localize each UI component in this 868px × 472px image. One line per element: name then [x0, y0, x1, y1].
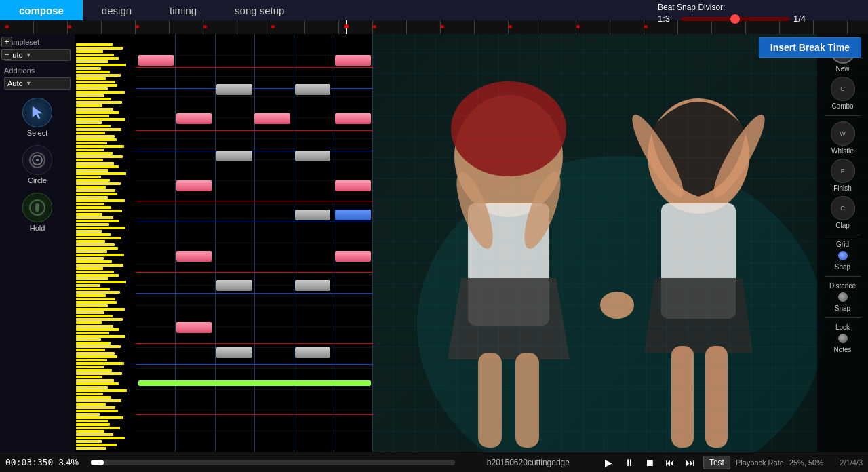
waveform-bar [76, 284, 100, 287]
waveform-bar [76, 128, 121, 131]
waveform-bar [76, 108, 113, 111]
tab-song-setup[interactable]: song setup [216, 0, 303, 20]
clap-tool-label: Clap [835, 222, 850, 229]
hit-note[interactable] [335, 210, 371, 220]
waveform-bar [76, 416, 123, 419]
waveform-bar [76, 328, 119, 331]
waveform-bar [76, 325, 113, 328]
waveform-bar [76, 321, 102, 324]
waveform-bar [76, 149, 104, 151]
waveform-bar [76, 291, 120, 294]
progress-bar[interactable] [91, 460, 454, 465]
waveform-bar [76, 60, 108, 63]
hit-note[interactable] [254, 113, 290, 124]
waveform-bar [76, 342, 111, 345]
waveform-bar [76, 267, 103, 270]
waveform-bar [76, 74, 121, 77]
pause-button[interactable]: ⏸ [622, 455, 637, 470]
waveform-bar [76, 254, 124, 256]
waveform-bar [76, 420, 108, 422]
hit-note[interactable] [335, 180, 371, 191]
beat-snap-area: Beat Snap Divisor: 1:3 1/4 [651, 0, 868, 41]
left-tool-panel: Sampleset Auto ▼ Additions Auto ▼ Select… [0, 34, 75, 452]
hit-note[interactable] [176, 113, 212, 124]
hit-note[interactable] [176, 180, 212, 191]
waveform-bar [76, 186, 106, 189]
waveform-bar [76, 179, 110, 182]
next-button[interactable]: ⏭ [683, 455, 698, 470]
play-button[interactable]: ▶ [601, 455, 616, 470]
tab-timing[interactable]: timing [151, 0, 216, 20]
stop-button[interactable]: ⏹ [642, 455, 657, 470]
finish-tool[interactable]: F Finish [820, 159, 865, 192]
circle-tool[interactable]: Circle [4, 145, 71, 184]
circle-icon [22, 145, 52, 175]
distance-radio[interactable] [838, 292, 848, 302]
hit-note[interactable] [335, 113, 371, 124]
sampleset-label: Sampleset [4, 38, 71, 46]
beat-snap-slider[interactable] [681, 17, 789, 21]
grid-radio[interactable] [838, 251, 848, 260]
waveform-bar [76, 189, 115, 192]
waveform-bar [76, 165, 119, 168]
insert-break-time-button[interactable]: Insert Break Time [759, 37, 861, 58]
waveform-bar [76, 233, 111, 236]
lock-tool[interactable]: Lock Notes [820, 323, 865, 353]
waveform-bar [76, 315, 113, 317]
waveform-bar [76, 355, 117, 358]
hit-note[interactable] [216, 280, 252, 291]
waveform-bar [76, 396, 111, 399]
hit-note[interactable] [176, 322, 212, 333]
test-button[interactable]: Test [703, 456, 730, 469]
hit-note[interactable] [295, 84, 331, 95]
waveform-bar [76, 118, 125, 121]
hit-note[interactable] [216, 151, 252, 161]
grid-tool[interactable]: Grid Snap [820, 241, 865, 271]
hit-note[interactable] [335, 55, 371, 66]
waveform-bar [76, 199, 125, 202]
clap-tool[interactable]: C Clap [820, 196, 865, 229]
waveform-bar [76, 335, 125, 338]
hit-note[interactable] [295, 151, 331, 161]
prev-button[interactable]: ⏮ [663, 455, 677, 470]
waveform-bar [76, 427, 120, 429]
lock-radio[interactable] [838, 334, 848, 343]
hit-note[interactable] [176, 251, 212, 262]
hit-note[interactable] [295, 280, 331, 291]
waveform-bar [76, 288, 110, 290]
combo-tool[interactable]: C Combo [820, 77, 865, 110]
waveform-bar [76, 399, 121, 402]
hit-note[interactable] [138, 55, 174, 66]
zoom-out-button[interactable]: − [1, 49, 12, 60]
hit-note[interactable] [295, 347, 331, 358]
waveform-bar [76, 240, 105, 243]
waveform-bar [76, 304, 108, 307]
additions-select[interactable]: Auto ▼ [4, 77, 71, 90]
waveform-bar [76, 444, 117, 446]
timeline-dot [136, 25, 139, 28]
tab-design[interactable]: design [83, 0, 151, 20]
hit-note[interactable] [216, 84, 252, 95]
waveform-bar [76, 386, 108, 389]
hit-note[interactable] [335, 251, 371, 262]
waveform-bar [76, 138, 117, 141]
waveform-bar [76, 294, 106, 297]
grid-label: Grid [836, 241, 849, 248]
whistle-tool[interactable]: W Whistle [820, 121, 865, 155]
sampleset-select[interactable]: Auto ▼ [4, 49, 71, 61]
distance-snap-tool[interactable]: Distance Snap [820, 282, 865, 312]
editor-grid[interactable] [136, 34, 373, 452]
waveform-bar [76, 338, 101, 341]
timeline-dot [271, 25, 275, 28]
waveform-bar [76, 50, 103, 53]
whistle-tool-label: Whistle [831, 147, 854, 155]
hit-note[interactable] [216, 347, 252, 358]
bottom-bar: 00:03:350 3.4% b20150620cuttingedge ▶ ⏸ … [0, 452, 868, 472]
clap-icon: C [831, 196, 855, 220]
tab-compose[interactable]: compose [0, 0, 83, 20]
select-tool[interactable]: Select [4, 98, 71, 137]
hold-tool[interactable]: Hold [4, 193, 71, 232]
hit-note[interactable] [295, 210, 331, 220]
timeline-dot [441, 25, 444, 28]
zoom-in-button[interactable]: + [1, 37, 12, 47]
